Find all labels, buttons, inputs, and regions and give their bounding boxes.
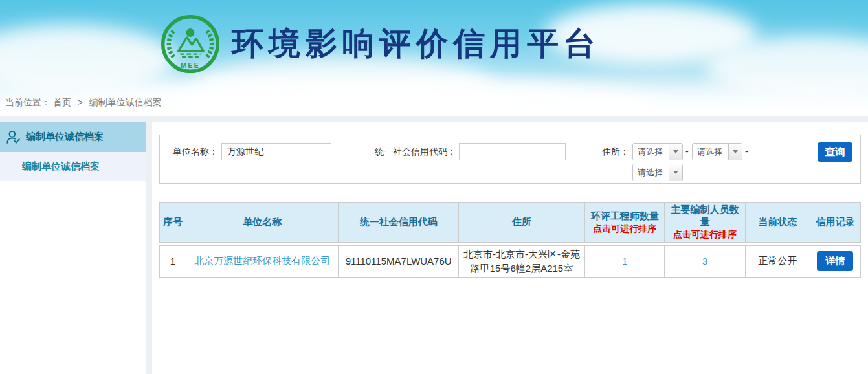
search-panel: 单位名称： 统一社会信用代码： 住所： 请选择 - 请选择 - 请选择 查询 xyxy=(159,135,861,184)
breadcrumb: 当前位置： 首页 > 编制单位诚信档案 xyxy=(5,97,162,109)
company-name-link[interactable]: 北京万源世纪环保科技有限公司 xyxy=(194,255,330,266)
cell-credit-code: 91110115MA7LWUA76U xyxy=(339,245,458,278)
engineer-count-link[interactable]: 1 xyxy=(622,256,627,267)
sidebar-content-divider xyxy=(146,122,152,374)
header-engineer-count-sortable[interactable]: 环评工程师数量 点击可进行排序 xyxy=(585,202,665,243)
city-select-value: 请选择 xyxy=(693,144,728,160)
mee-logo-icon: MEE xyxy=(161,14,220,74)
table-row: 1 北京万源世纪环保科技有限公司 91110115MA7LWUA76U 北京市-… xyxy=(159,245,861,278)
unit-name-label: 单位名称： xyxy=(173,143,218,160)
header-unit-name: 单位名称 xyxy=(186,202,339,243)
content-area: 单位名称： 统一社会信用代码： 住所： 请选择 - 请选择 - 请选择 查询 xyxy=(152,122,868,374)
sort-hint[interactable]: 点击可进行排序 xyxy=(667,229,742,241)
staff-count-link[interactable]: 3 xyxy=(702,256,707,267)
cell-status: 正常公开 xyxy=(746,245,810,278)
chevron-down-icon[interactable] xyxy=(669,164,682,181)
brand: MEE 环境影响评价信用平台 xyxy=(161,14,601,74)
province-select[interactable]: 请选择 xyxy=(632,143,683,160)
credit-code-input[interactable] xyxy=(459,143,566,160)
query-button[interactable]: 查询 xyxy=(818,142,852,162)
page-title: 环境影响评价信用平台 xyxy=(232,23,601,65)
header-fade xyxy=(0,71,868,116)
breadcrumb-prefix: 当前位置： xyxy=(5,97,50,107)
results-table: 序号 单位名称 统一社会信用代码 住所 环评工程师数量 点击可进行排序 主要编制… xyxy=(159,199,861,280)
main-area: 编制单位诚信档案 编制单位诚信档案 单位名称： 统一社会信用代码： 住所： 请选… xyxy=(0,122,868,374)
header-staff-count-label: 主要编制人员数量 xyxy=(671,204,739,227)
header-seq: 序号 xyxy=(159,202,186,243)
unit-name-input[interactable] xyxy=(221,143,331,160)
breadcrumb-home-link[interactable]: 首页 xyxy=(53,97,71,107)
header-engineer-count-label: 环评工程师数量 xyxy=(591,210,659,221)
credit-code-label: 统一社会信用代码： xyxy=(373,143,456,160)
city-select[interactable]: 请选择 xyxy=(692,143,742,160)
header-credit-code: 统一社会信用代码 xyxy=(339,202,458,243)
sidebar-subitem-unit-credit-archive[interactable]: 编制单位诚信档案 xyxy=(0,152,146,181)
cell-seq: 1 xyxy=(159,245,186,278)
detail-button[interactable]: 详情 xyxy=(817,251,853,271)
header-status: 当前状态 xyxy=(746,202,810,243)
sidebar: 编制单位诚信档案 编制单位诚信档案 xyxy=(0,122,146,374)
chevron-down-icon[interactable] xyxy=(728,144,742,160)
chevron-down-icon[interactable] xyxy=(669,144,682,160)
header-credit-record: 信用记录 xyxy=(810,202,861,243)
breadcrumb-separator: > xyxy=(78,97,83,107)
sidebar-item-unit-credit-archive[interactable]: 编制单位诚信档案 xyxy=(0,122,146,152)
sidebar-subitem-label: 编制单位诚信档案 xyxy=(22,160,100,171)
header-address: 住所 xyxy=(459,202,585,243)
district-select[interactable]: 请选择 xyxy=(632,164,683,181)
header-staff-count-sortable[interactable]: 主要编制人员数量 点击可进行排序 xyxy=(665,202,745,243)
sort-hint[interactable]: 点击可进行排序 xyxy=(588,223,662,235)
breadcrumb-current: 编制单位诚信档案 xyxy=(89,97,162,107)
page-header: MEE 环境影响评价信用平台 当前位置： 首页 > 编制单位诚信档案 xyxy=(0,0,868,116)
district-select-value: 请选择 xyxy=(633,164,669,181)
sidebar-item-label: 编制单位诚信档案 xyxy=(26,131,104,143)
address-dash: - xyxy=(685,143,689,160)
table-header-row: 序号 单位名称 统一社会信用代码 住所 环评工程师数量 点击可进行排序 主要编制… xyxy=(159,202,861,243)
province-select-value: 请选择 xyxy=(633,144,669,160)
user-check-icon xyxy=(5,129,22,146)
svg-text:MEE: MEE xyxy=(181,61,199,69)
header-divider xyxy=(0,116,868,122)
address-label: 住所： xyxy=(602,143,629,160)
address-dash: - xyxy=(745,143,748,160)
cell-address: 北京市-北京市-大兴区-金苑路甲15号6幢2层A215室 xyxy=(459,245,585,278)
